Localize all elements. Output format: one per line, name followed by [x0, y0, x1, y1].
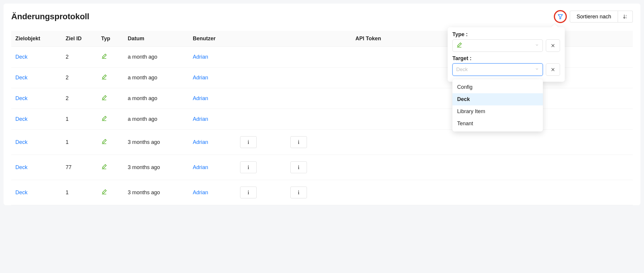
page-title: Änderungsprotokoll	[11, 12, 89, 21]
target-link[interactable]: Deck	[15, 75, 27, 81]
type-cell	[97, 88, 124, 109]
clear-type-button[interactable]	[546, 39, 560, 52]
user-link[interactable]: Adrian	[193, 116, 208, 122]
dropdown-option[interactable]: Library Item	[452, 105, 543, 118]
filter-icon	[557, 14, 563, 20]
info-button[interactable]: i	[240, 136, 257, 148]
filter-type-row	[452, 39, 560, 52]
target-id-cell: 1	[62, 109, 97, 130]
chevron-down-icon	[535, 43, 539, 48]
user-link[interactable]: Adrian	[193, 75, 208, 81]
date-cell: a month ago	[124, 109, 189, 130]
api-token-cell	[351, 130, 633, 155]
type-cell	[97, 155, 124, 180]
info-button[interactable]: i	[290, 161, 307, 173]
svg-text:Z: Z	[625, 15, 627, 17]
changelog-panel: Änderungsprotokoll Sortieren nach Z A Zi	[4, 4, 640, 205]
col-type: Typ	[97, 31, 124, 47]
target-id-cell: 2	[62, 88, 97, 109]
type-cell	[97, 130, 124, 155]
target-id-cell: 2	[62, 47, 97, 68]
edit-icon	[101, 53, 107, 59]
user-link[interactable]: Adrian	[193, 95, 208, 101]
close-icon	[551, 43, 555, 48]
dropdown-option[interactable]: Tenant	[452, 118, 543, 130]
col-info1	[236, 31, 286, 47]
table-row: Deck773 months agoAdrianii	[11, 155, 633, 180]
target-link[interactable]: Deck	[15, 95, 27, 101]
info-button[interactable]: i	[240, 161, 257, 173]
header-actions: Sortieren nach Z A	[554, 10, 633, 23]
chevron-down-icon	[535, 67, 539, 72]
api-token-cell	[351, 155, 633, 180]
date-cell: 3 months ago	[124, 130, 189, 155]
target-link[interactable]: Deck	[15, 164, 27, 170]
sort-desc-icon: Z A	[623, 14, 628, 19]
type-select[interactable]	[452, 39, 543, 52]
close-icon	[551, 67, 555, 72]
col-date: Datum	[124, 31, 189, 47]
table-row: Deck13 months agoAdrianii	[11, 180, 633, 205]
edit-icon	[456, 42, 462, 48]
svg-text:A: A	[625, 17, 627, 19]
edit-icon	[101, 115, 107, 121]
sort-direction-button[interactable]: Z A	[618, 11, 633, 23]
type-cell	[97, 47, 124, 68]
clear-target-button[interactable]	[546, 63, 560, 76]
target-select-placeholder: Deck	[456, 67, 468, 73]
target-id-cell: 77	[62, 155, 97, 180]
col-user: Benutzer	[189, 31, 236, 47]
panel-header: Änderungsprotokoll Sortieren nach Z A	[11, 10, 633, 23]
target-link[interactable]: Deck	[15, 139, 27, 145]
target-id-cell: 2	[62, 68, 97, 88]
target-select[interactable]: Deck	[452, 63, 543, 76]
dropdown-option[interactable]: Config	[452, 81, 543, 93]
user-link[interactable]: Adrian	[193, 190, 208, 195]
info-button[interactable]: i	[290, 136, 307, 148]
edit-icon	[101, 95, 107, 101]
filter-target-row: Deck	[452, 63, 560, 76]
date-cell: a month ago	[124, 68, 189, 88]
user-link[interactable]: Adrian	[193, 164, 208, 170]
type-cell	[97, 109, 124, 130]
col-info2	[286, 31, 351, 47]
svg-marker-0	[558, 15, 562, 19]
target-link[interactable]: Deck	[15, 54, 27, 60]
target-link[interactable]: Deck	[15, 116, 27, 122]
filter-target-label: Target :	[452, 55, 560, 62]
filter-button[interactable]	[554, 10, 567, 23]
dropdown-option[interactable]: Deck	[452, 93, 543, 105]
date-cell: a month ago	[124, 47, 189, 68]
date-cell: 3 months ago	[124, 180, 189, 205]
api-token-cell	[351, 180, 633, 205]
target-dropdown: ConfigDeckLibrary ItemTenant	[452, 79, 543, 131]
table-row: Deck13 months agoAdrianii	[11, 130, 633, 155]
target-id-cell: 1	[62, 130, 97, 155]
edit-icon	[101, 189, 107, 195]
type-cell	[97, 68, 124, 88]
target-id-cell: 1	[62, 180, 97, 205]
filter-popup: Type : Target : Deck	[448, 27, 565, 82]
date-cell: a month ago	[124, 88, 189, 109]
user-link[interactable]: Adrian	[193, 54, 208, 60]
date-cell: 3 months ago	[124, 155, 189, 180]
edit-icon	[101, 164, 107, 170]
type-select-value	[456, 42, 462, 49]
filter-type-label: Type :	[452, 31, 560, 38]
edit-icon	[101, 74, 107, 80]
user-link[interactable]: Adrian	[193, 139, 208, 145]
sort-button[interactable]: Sortieren nach	[570, 11, 618, 23]
info-button[interactable]: i	[240, 187, 257, 198]
col-target: Zielobjekt	[11, 31, 62, 47]
edit-icon	[101, 139, 107, 144]
info-button[interactable]: i	[290, 187, 307, 198]
col-target-id: Ziel ID	[62, 31, 97, 47]
target-link[interactable]: Deck	[15, 190, 27, 195]
type-cell	[97, 180, 124, 205]
